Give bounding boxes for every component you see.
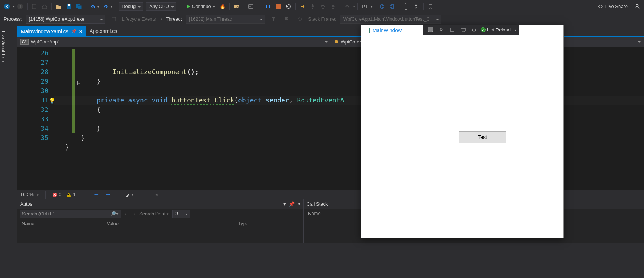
warning-count[interactable]: 1 (66, 192, 75, 197)
underscore-icon: _ (256, 4, 259, 9)
open-folder-button[interactable] (54, 2, 63, 11)
pause-button[interactable] (263, 2, 273, 11)
intellicode-icon[interactable] (360, 2, 369, 11)
chevron-down-icon[interactable]: ▾ (13, 5, 15, 8)
filter-icon[interactable] (269, 14, 278, 24)
go-to-live-visual-tree-icon[interactable] (426, 26, 435, 34)
continue-button[interactable]: Continue▾ (184, 4, 217, 9)
search-fwd-icon[interactable]: → (132, 211, 136, 216)
live-visual-tree-tab[interactable]: Live Visual Tree (0, 28, 8, 65)
svg-point-1 (17, 4, 23, 9)
select-element-icon[interactable] (437, 26, 446, 34)
account-icon[interactable] (632, 2, 642, 11)
line-gutter: 26 27 28 29 30 31 32 33 34 35 (17, 47, 54, 190)
app-client-area: Test (361, 36, 563, 238)
find-in-files-button[interactable] (232, 2, 241, 11)
xaml-debug-overlay: ✓ Hot Reload ‹ (423, 25, 519, 35)
main-toolbar: ▾ ▾ ▾ Debug Any CPU Continue▾ 🔥 _ ▾ ▾ ¶/… (0, 0, 644, 13)
display-layout-adorners-icon[interactable] (448, 26, 457, 34)
process-combo[interactable]: [14156] WpfCoreApp1.exe (26, 15, 105, 24)
step-over-button[interactable] (318, 2, 328, 11)
app-icon (364, 28, 370, 33)
svg-point-0 (4, 4, 10, 9)
tab-appxaml[interactable]: App.xaml.cs (86, 26, 121, 36)
pin-icon[interactable]: 📌 (289, 201, 295, 207)
toggle-icon[interactable] (470, 26, 478, 34)
collapse-left-icon[interactable]: ‹ (515, 27, 516, 33)
step-into-button[interactable] (308, 2, 317, 11)
thread-combo[interactable]: [16232] Main Thread (186, 15, 265, 24)
solution-config-combo[interactable]: Debug (119, 2, 143, 11)
flag-icon (282, 14, 291, 24)
close-icon[interactable]: × (79, 29, 82, 34)
scroll-left-icon[interactable]: ◂ (155, 192, 158, 197)
tab-mainwindow[interactable]: MainWindow.xaml.cs 📌 × (17, 26, 86, 36)
search-back-icon[interactable]: ← (124, 211, 129, 216)
svg-rect-6 (78, 5, 82, 9)
image-tool-icon[interactable] (246, 2, 255, 11)
solution-platform-combo[interactable]: Any CPU (146, 2, 176, 11)
svg-rect-17 (112, 17, 116, 21)
autos-search-input[interactable]: Search (Ctrl+E) 🔎▾ (20, 210, 121, 218)
autos-panel: Autos ▾ 📌 × Search (Ctrl+E) 🔎▾ ← → Searc… (17, 199, 304, 243)
show-next-statement-button[interactable] (298, 2, 307, 11)
new-item-button[interactable] (30, 2, 39, 11)
svg-point-15 (332, 8, 334, 9)
step-out-button[interactable] (328, 2, 338, 11)
comment-icon[interactable]: ¶// (402, 2, 411, 11)
svg-rect-22 (461, 28, 465, 31)
test-button[interactable]: Test (459, 131, 506, 143)
col-value[interactable]: Value (107, 221, 119, 226)
track-focused-icon[interactable] (459, 26, 468, 34)
svg-point-14 (322, 8, 324, 9)
svg-rect-10 (266, 5, 267, 8)
class-icon (334, 39, 339, 44)
uncomment-icon[interactable]: //¶ (412, 2, 421, 11)
close-icon[interactable]: × (298, 201, 300, 207)
bookmark-icon[interactable] (426, 2, 435, 11)
search-depth-label: Search Depth: (139, 211, 169, 216)
svg-rect-21 (450, 28, 454, 31)
svg-rect-19 (68, 194, 69, 195)
threads-icon (295, 14, 304, 24)
search-depth-combo[interactable]: 3 (172, 210, 190, 218)
undo-button[interactable]: ▾ (88, 2, 101, 11)
step-back-indent-icon[interactable] (377, 2, 387, 11)
project-selector[interactable]: C# WpfCoreApp1 (17, 37, 331, 47)
pin-icon[interactable]: 📌 (71, 29, 76, 34)
hot-reload-icon[interactable]: 🔥 (218, 2, 227, 11)
dropdown-icon[interactable]: ▾ (283, 201, 286, 207)
stack-frame-combo[interactable]: WpfCoreApp1.MainWindow.buttonTest_C (340, 15, 441, 24)
minimize-button[interactable]: — (548, 27, 560, 34)
svg-rect-12 (276, 4, 281, 9)
hot-reload-status[interactable]: ✓ Hot Reload (481, 27, 511, 33)
nav-back-button[interactable] (2, 2, 12, 11)
app-titlebar[interactable]: MainWindow ✓ Hot Reload ‹ — (361, 25, 563, 36)
debug-toolbar: Process: [14156] WpfCoreApp1.exe Lifecyc… (0, 13, 644, 25)
col-name[interactable]: Name (22, 221, 34, 226)
lifecycle-label: Lifecycle Events (122, 16, 156, 22)
live-share-button[interactable]: Live Share (597, 4, 628, 9)
error-count[interactable]: 0 (52, 192, 61, 197)
restart-button[interactable] (284, 2, 293, 11)
svg-point-16 (636, 4, 638, 7)
col-name[interactable]: Name (308, 211, 321, 216)
save-all-button[interactable] (74, 2, 84, 11)
svg-point-13 (312, 8, 313, 9)
brush-icon[interactable]: ▾ (125, 190, 134, 199)
zoom-selector[interactable]: 100 % ▾ (20, 192, 39, 197)
step-fwd-indent-icon[interactable] (387, 2, 397, 11)
stop-button[interactable] (274, 2, 283, 11)
home-icon[interactable] (40, 2, 49, 11)
svg-point-9 (249, 5, 250, 7)
running-app-window[interactable]: MainWindow ✓ Hot Reload ‹ — Test (361, 25, 564, 238)
svg-rect-11 (269, 5, 270, 8)
callstack-title: Call Stack (307, 201, 328, 207)
redo-button[interactable]: ▾ (101, 2, 114, 11)
nav-arrows[interactable]: ←→ (93, 191, 111, 198)
save-button[interactable] (64, 2, 74, 11)
tab-label: MainWindow.xaml.cs (21, 29, 68, 34)
col-type[interactable]: Type (238, 221, 248, 226)
autos-title: Autos (20, 201, 32, 207)
search-icon[interactable]: 🔎▾ (110, 211, 119, 216)
